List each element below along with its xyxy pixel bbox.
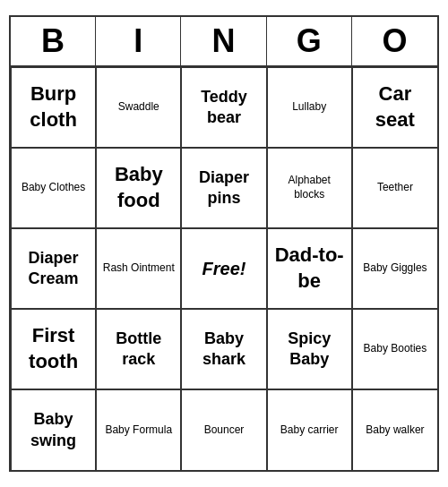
header-letter: G (267, 17, 352, 65)
bingo-cell: Baby food (96, 148, 181, 228)
bingo-header: BINGO (11, 17, 437, 67)
cell-label: Bouncer (204, 423, 245, 438)
bingo-cell: Baby shark (181, 309, 266, 389)
bingo-cell: First tooth (11, 309, 96, 389)
cell-label: Burp cloth (17, 81, 90, 132)
bingo-card: BINGO Burp clothSwaddleTeddy bearLullaby… (9, 15, 439, 472)
bingo-cell: Rash Ointment (96, 228, 181, 309)
cell-label: Baby Booties (364, 342, 427, 356)
bingo-cell: Lullaby (267, 67, 352, 148)
bingo-cell: Baby walker (352, 389, 437, 470)
bingo-cell: Baby Booties (352, 309, 437, 389)
cell-label: Swaddle (118, 100, 159, 115)
bingo-cell: Baby carrier (267, 389, 352, 470)
cell-label: Baby food (102, 162, 175, 213)
bingo-cell: Diaper pins (181, 148, 266, 228)
header-letter: O (352, 17, 437, 65)
cell-label: Diaper Cream (17, 248, 90, 290)
cell-label: Car seat (358, 81, 432, 132)
bingo-grid: Burp clothSwaddleTeddy bearLullabyCar se… (11, 67, 437, 470)
bingo-cell: Spicy Baby (267, 309, 352, 389)
cell-label: Teddy bear (187, 87, 260, 129)
bingo-cell: Free! (181, 228, 266, 309)
cell-label: Free! (202, 257, 246, 280)
cell-label: Dad-to-be (273, 243, 346, 294)
cell-label: Baby Giggles (363, 261, 426, 276)
header-letter: B (11, 17, 96, 65)
cell-label: Baby swing (17, 409, 90, 451)
cell-label: Diaper pins (187, 167, 260, 209)
bingo-cell: Teddy bear (181, 67, 266, 148)
bingo-cell: Baby Clothes (11, 148, 96, 228)
bingo-cell: Teether (352, 148, 437, 228)
bingo-cell: Baby swing (11, 389, 96, 470)
cell-label: Lullaby (292, 100, 326, 115)
bingo-cell: Bouncer (181, 389, 266, 470)
cell-label: Alphabet blocks (273, 174, 346, 201)
bingo-cell: Baby Formula (96, 389, 181, 470)
header-letter: N (181, 17, 266, 65)
cell-label: Baby walker (366, 423, 424, 438)
bingo-cell: Car seat (352, 67, 437, 148)
bingo-cell: Dad-to-be (267, 228, 352, 309)
cell-label: Baby Clothes (22, 181, 85, 195)
cell-label: Baby carrier (280, 423, 339, 438)
bingo-cell: Burp cloth (11, 67, 96, 148)
cell-label: Rash Ointment (103, 261, 175, 276)
bingo-cell: Baby Giggles (352, 228, 437, 309)
bingo-cell: Diaper Cream (11, 228, 96, 309)
bingo-cell: Swaddle (96, 67, 181, 148)
cell-label: Baby Formula (105, 423, 172, 438)
bingo-cell: Bottle rack (96, 309, 181, 389)
cell-label: Bottle rack (102, 329, 175, 371)
cell-label: First tooth (17, 323, 90, 374)
bingo-cell: Alphabet blocks (267, 148, 352, 228)
cell-label: Spicy Baby (273, 329, 346, 371)
cell-label: Baby shark (187, 329, 260, 371)
header-letter: I (96, 17, 181, 65)
cell-label: Teether (377, 181, 413, 195)
